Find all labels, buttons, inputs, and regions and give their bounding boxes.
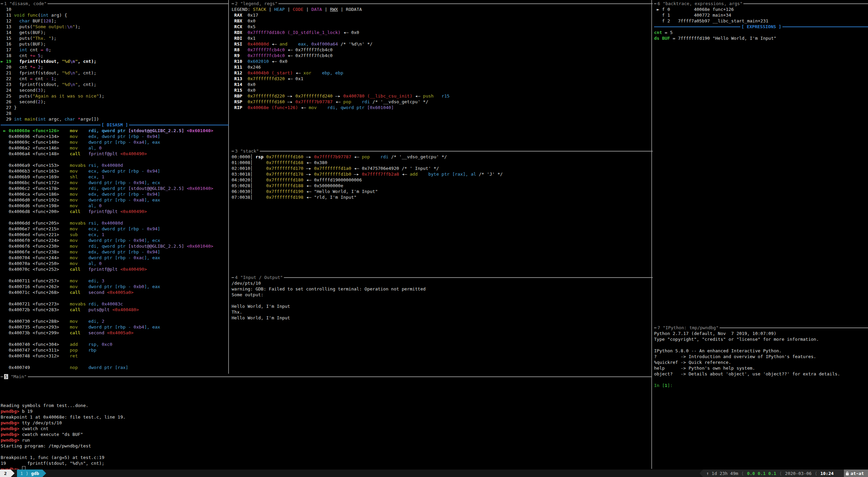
term-line: 12 char BUF[128]; [1, 18, 229, 24]
text-run: 0x7fffffffd190 [266, 189, 304, 194]
term-line [1, 272, 229, 278]
pane-backtrace-expressions-args[interactable]: 6 "backtrace, expressions, args" ► f 0 4… [653, 1, 868, 325]
text-run: ◂— 0xffffd19000000006 [303, 177, 362, 182]
text-run: 0 [99, 261, 102, 266]
text-run: edx, dword ptr [rbp - [88, 249, 147, 254]
term-line: 25 puts("Again as it was so nice"); [1, 93, 229, 99]
term-line: 02:0010│ 0x7fffffffd170 —▸ 0x7fffffffd1a… [232, 165, 653, 171]
text-run: rdi, qword ptr [327, 105, 367, 110]
text-run: 0x4006b9 <func+169> [1, 174, 70, 179]
text-run: ecx, [88, 232, 102, 237]
text-run: mov [70, 249, 89, 254]
tmux-window-tab-gdb[interactable]: 1 ⟩ gdb [17, 470, 42, 477]
term-line: 0x400747 <func+311> pop rbp [1, 347, 229, 353]
text-run: pwndbg> [1, 467, 22, 470]
text-run: —▸ [332, 93, 343, 99]
text-run: RSI [232, 41, 248, 47]
text-run: 0x40068e <func+126> [8, 128, 59, 133]
term-line: 05:0028│ 0x7fffffffd188 ◂— 0x50000000e [232, 183, 653, 189]
term-line: 0x4006d8 <func+200> call fprintf@plt <0x… [1, 209, 229, 214]
pane-main-console[interactable]: 5 "Main"Reading symbols from test...done… [0, 374, 652, 470]
load-average: 0.0 0.1 0.1 [747, 471, 776, 476]
text-run: ); [40, 99, 46, 104]
text-run: 0xac [133, 255, 144, 260]
term-line: 0x4006bc <func+172> mov dword ptr [rbp -… [1, 180, 229, 186]
text-run: 0x7fffffffd320 [248, 76, 285, 81]
text-run: 0x5 [248, 24, 255, 29]
text-run: mov [70, 238, 89, 243]
text-run: pwndbg> [1, 438, 22, 443]
text-run: 2 [102, 319, 104, 324]
term-line: 0x400696 <func+134> mov edx, dword ptr [… [1, 134, 229, 139]
text-run: ◂— [351, 154, 362, 159]
text-run: 0 [46, 47, 49, 52]
text-run: "Some output: [33, 24, 67, 29]
text-run: void [14, 13, 24, 18]
text-run: cnt [33, 76, 46, 81]
text-run: , cnt); [78, 82, 96, 87]
pane-ipython[interactable]: 7 "IPython: tmp/pwndbg"Python 2.7.17 (de… [653, 325, 868, 469]
text-run: shl [70, 174, 89, 179]
text-run: call [70, 330, 89, 335]
term-line: 0x4006b3 <func+163> mov ecx, dword ptr [… [1, 168, 229, 174]
term-line: RDX 0x7ffff7dd18c0 (_IO_stdfile_1_lock) … [232, 30, 653, 35]
term-line: 0x40070a <func+250> mov al, 0 [1, 261, 229, 266]
term-line: Some output: [232, 292, 653, 298]
term-line: 27 } [1, 105, 229, 110]
text-run: second [88, 290, 104, 295]
pane-stack[interactable]: 3 "stack"00:0000│ rsp 0x7fffffffd160 —▸ … [230, 148, 653, 275]
text-run: RBX [232, 18, 248, 23]
term-line: LEGEND: STACK | HEAP | CODE | DATA | RWX… [232, 6, 653, 12]
angle-separator-icon: ⟨ [741, 471, 744, 476]
text-run: pwndbg> [1, 426, 22, 431]
text-run: dword ptr [rbp - [88, 197, 133, 202]
text-run: , cnt); [78, 59, 96, 64]
text-run: Type "copyright", "credits" or "license"… [654, 337, 819, 342]
text-run: Python 2.7.17 (default, Nov 7 2019, 10:0… [654, 331, 776, 336]
text-run: 0xb0 [133, 284, 144, 289]
tmux-session-badge[interactable]: 2 [0, 470, 11, 477]
text-run: rdi, qword ptr [88, 186, 128, 191]
term-line: pwndbg> run [1, 437, 652, 443]
text-run: ], eax [144, 324, 160, 330]
term-line: RBX 0x0 [232, 18, 653, 24]
term-line: 04:0020│ 0x7fffffffd180 ◂— 0xffffd190000… [232, 177, 653, 183]
pane-legend-regs[interactable]: 2 "legend, regs"LEGEND: STACK | HEAP | C… [230, 1, 653, 148]
term-line: 0x4006e7 <func+215> mov ecx, dword ptr [… [1, 226, 229, 232]
term-line: 0x4006a9 <func+153> movabs rsi, 0x40080d [1, 162, 229, 168]
text-run: 26 second( [1, 99, 38, 104]
text-run: \n [70, 59, 75, 64]
pane-title-backtrace-expressions-args: 6 "backtrace, expressions, args" [654, 1, 868, 6]
term-line: ds BUF = 7fffffffd190 "Hello World, I'm … [654, 35, 868, 41]
text-run: 0x4006a2 <func+146> [1, 145, 70, 151]
text-run: al, [88, 145, 99, 151]
term-line: 03:0018│ 0x7fffffffd178 —▸ 0x7fffffffd1b… [232, 171, 653, 177]
text-run: 22 cnt [1, 76, 30, 81]
text-run: <0x400490> [120, 151, 147, 156]
text-run: 0x400740 <func+304> [1, 342, 70, 347]
text-run: ] [158, 226, 160, 231]
text-run: 0x7fffffffd240 [295, 93, 333, 99]
text-run: al, [88, 203, 99, 208]
text-run: argv[]) [80, 117, 99, 122]
pane-disasm-code[interactable]: 1 "disasm, code" 10 11 void func(int arg… [0, 1, 229, 374]
text-run: - [46, 76, 49, 81]
text-run: dword ptr [rbp - [88, 180, 133, 185]
text-run: add [70, 342, 89, 347]
text-run: ► f 0 40068e func+126 [654, 7, 734, 12]
pane-input-output[interactable]: 4 "Input / Output"/dev/pts/10warning: GD… [230, 275, 653, 374]
text-run: <0x4005a0> [107, 330, 133, 335]
text-run: /* '__vdso_getcpu' */ [388, 154, 447, 159]
text-run: b 19 [22, 409, 33, 414]
text-run: ); [51, 36, 57, 41]
term-line: 0x400735 <func+293> mov dword ptr [rbp -… [1, 324, 229, 330]
text-run: mov [70, 226, 89, 231]
text-run: arg) { [49, 13, 67, 18]
text-run: /dev/pts/10 [232, 281, 261, 286]
text-run: int [40, 13, 48, 18]
text-run: RCX [232, 24, 248, 29]
terminal-cursor[interactable] [22, 466, 25, 470]
text-run: al, [88, 261, 99, 266]
angle-separator-icon: ⟨ [815, 471, 817, 476]
text-run: pwndbg> [1, 409, 22, 414]
